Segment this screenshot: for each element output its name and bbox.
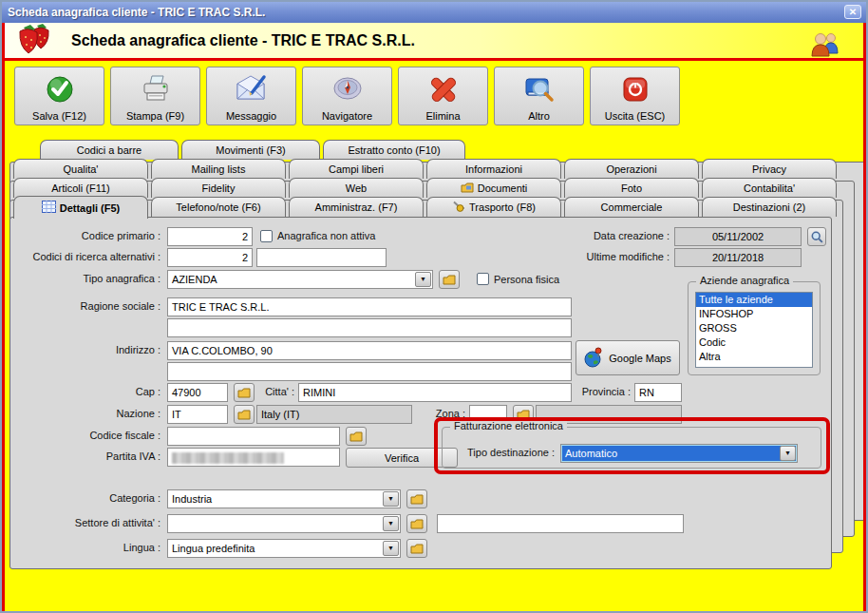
ragione-sociale-label: Ragione sociale : — [21, 300, 160, 312]
codice-primario-label: Codice primario : — [21, 230, 160, 241]
ultime-modifiche-field: 20/11/2018 — [674, 248, 802, 267]
lingua-label: Lingua : — [21, 542, 160, 553]
chevron-down-icon[interactable]: ▼ — [415, 272, 431, 287]
tab-dettagli-active[interactable]: Dettagli (F5) — [13, 196, 148, 219]
ragione-sociale-field-2[interactable] — [167, 318, 572, 337]
data-creazione-label: Data creazione : — [572, 230, 670, 241]
settore-extra-field[interactable] — [437, 514, 684, 533]
tipo-anagrafica-combo[interactable]: AZIENDA ▼ — [167, 270, 433, 289]
list-item[interactable]: Codic — [696, 335, 812, 350]
chevron-down-icon[interactable]: ▼ — [383, 516, 399, 531]
ragione-sociale-field[interactable]: TRIC E TRAC S.R.L. — [167, 297, 572, 316]
settore-combo[interactable]: ▼ — [167, 514, 401, 533]
combo-value: AZIENDA — [172, 274, 217, 285]
button-label: Google Maps — [609, 353, 670, 364]
codici-ricerca-label: Codici di ricerca alternativi : — [11, 251, 160, 262]
groupbox-legend: Aziende anagrafica — [696, 275, 793, 286]
lingua-combo[interactable]: Lingua predefinita ▼ — [167, 539, 401, 558]
chevron-down-icon[interactable]: ▼ — [780, 446, 796, 461]
categoria-combo[interactable]: Industria ▼ — [167, 489, 401, 508]
citta-label: Citta' : — [258, 386, 294, 397]
tipo-anagrafica-label: Tipo anagrafica : — [21, 273, 160, 284]
codice-fiscale-field[interactable] — [167, 427, 340, 446]
partita-iva-field[interactable] — [167, 448, 340, 467]
lingua-folder-button[interactable] — [406, 539, 427, 558]
settore-label: Settore di attivita' : — [21, 517, 160, 528]
date-search-button[interactable] — [807, 227, 826, 246]
categoria-folder-button[interactable] — [406, 489, 427, 508]
codici-ricerca-alt-field[interactable] — [256, 248, 387, 267]
cap-field[interactable]: 47900 — [167, 383, 228, 402]
google-maps-button[interactable]: Google Maps — [576, 340, 680, 375]
tipo-destinazione-label: Tipo destinazione : — [448, 447, 555, 458]
cap-folder-button[interactable] — [234, 383, 255, 402]
citta-field[interactable]: RIMINI — [298, 383, 572, 402]
nazione-descr-field: Italy (IT) — [256, 405, 412, 424]
grid-icon — [42, 201, 56, 215]
codici-ricerca-field[interactable]: 2 — [167, 248, 253, 267]
form: Codice primario : 2 Anagrafica non attiv… — [2, 2, 866, 611]
censored-value — [172, 452, 284, 464]
anagrafica-non-attiva-checkbox[interactable] — [260, 230, 273, 242]
categoria-label: Categoria : — [21, 492, 160, 504]
persona-fisica-label: Persona fisica — [494, 274, 598, 285]
groupbox-legend: Fatturazione elettronica — [450, 420, 567, 431]
nazione-field[interactable]: IT — [167, 405, 228, 424]
codice-primario-field[interactable]: 2 — [167, 227, 253, 246]
app-window: Scheda anagrafica cliente - TRIC E TRAC … — [0, 0, 868, 613]
ultime-modifiche-label: Ultime modifiche : — [572, 251, 670, 262]
list-item[interactable]: Tutte le aziende — [696, 293, 812, 307]
tab-label: Dettagli (F5) — [60, 202, 121, 214]
anagrafica-non-attiva-label: Anagrafica non attiva — [277, 230, 420, 241]
provincia-field[interactable]: RN — [634, 383, 682, 402]
combo-value: Automatico — [565, 448, 617, 459]
tipo-destinazione-combo[interactable]: Automatico ▼ — [560, 444, 798, 463]
list-item[interactable]: INFOSHOP — [696, 307, 812, 321]
persona-fisica-checkbox[interactable] — [477, 273, 489, 285]
nazione-label: Nazione : — [97, 408, 160, 419]
cap-label: Cap : — [97, 386, 160, 397]
list-item[interactable]: Altra — [696, 350, 812, 364]
tipo-anagrafica-folder-button[interactable] — [439, 270, 460, 289]
codice-fiscale-folder-button[interactable] — [346, 427, 367, 446]
list-item[interactable]: GROSS — [696, 321, 812, 335]
provincia-label: Provincia : — [576, 386, 631, 397]
indirizzo-label: Indirizzo : — [21, 344, 160, 355]
indirizzo-field[interactable]: VIA C.COLOMBO, 90 — [167, 341, 572, 360]
zona-label: Zona : — [420, 408, 465, 419]
combo-value: Lingua predefinita — [172, 543, 255, 554]
chevron-down-icon[interactable]: ▼ — [383, 541, 399, 556]
data-creazione-field: 05/11/2002 — [674, 227, 802, 246]
combo-value: Industria — [172, 493, 212, 505]
indirizzo-field-2[interactable] — [167, 362, 572, 381]
partita-iva-label: Partita IVA : — [21, 450, 160, 462]
globe-icon — [584, 347, 603, 370]
settore-folder-button[interactable] — [406, 514, 427, 533]
codice-fiscale-label: Codice fiscale : — [21, 430, 160, 441]
chevron-down-icon[interactable]: ▼ — [383, 491, 399, 507]
nazione-folder-button[interactable] — [234, 405, 255, 424]
aziende-list: Tutte le aziende INFOSHOP GROSS Codic Al… — [695, 292, 813, 368]
